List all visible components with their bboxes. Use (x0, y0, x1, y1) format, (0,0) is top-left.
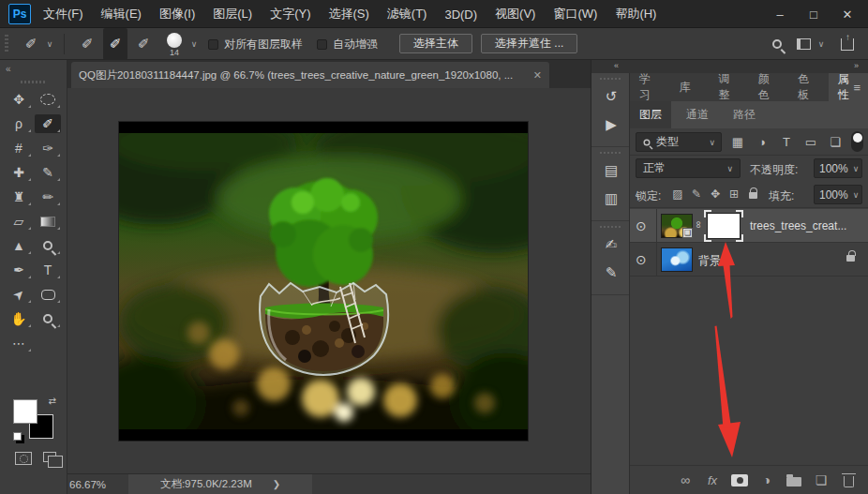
document-close-icon[interactable]: ✕ (533, 69, 542, 82)
visibility-eye-icon[interactable]: ⊙ (636, 252, 647, 267)
add-to-selection-mode-icon[interactable]: ✐ (103, 28, 127, 60)
zoom-level-field[interactable]: 66.67% (60, 479, 115, 490)
menu-3d[interactable]: 3D(D) (444, 7, 477, 22)
layer-filter-type-dropdown[interactable]: 类型 ∨ (636, 132, 722, 152)
fill-field[interactable]: 100% ∨ (814, 185, 862, 204)
new-layer-icon[interactable]: ❏ (813, 472, 830, 487)
visibility-eye-icon[interactable]: ⊙ (636, 218, 647, 233)
layer-mask-thumbnail[interactable] (707, 213, 741, 239)
tab-paths[interactable]: 路径 (724, 101, 765, 128)
gradient-tool[interactable] (35, 212, 61, 231)
brush-tool[interactable]: ✎ (35, 163, 61, 182)
screen-mode-button[interactable] (43, 452, 56, 462)
new-group-icon[interactable] (786, 472, 802, 487)
sample-all-layers-checkbox[interactable]: 对所有图层取样 (208, 28, 303, 60)
eraser-tool[interactable]: ▱ (6, 212, 32, 231)
quick-selection-tool[interactable]: ✐ (35, 114, 61, 133)
filter-type-layers-icon[interactable]: T (776, 132, 797, 152)
path-selection-tool[interactable]: ➤ (6, 285, 32, 304)
dock-collapse-icon[interactable]: « (614, 61, 619, 70)
default-colors-icon[interactable] (13, 432, 22, 441)
filter-pixel-layers-icon[interactable]: ▦ (727, 132, 748, 152)
quick-mask-mode-button[interactable] (15, 452, 32, 465)
mask-link-icon[interactable]: ∞ (694, 221, 705, 229)
zoom-tool[interactable] (35, 309, 61, 328)
link-layers-icon[interactable]: ∞ (677, 472, 694, 487)
layer-name[interactable]: trees_trees_creat... (750, 219, 846, 232)
lock-image-pixels-icon[interactable]: ✎ (688, 187, 705, 201)
marquee-tool[interactable] (35, 90, 61, 109)
layer-thumbnail[interactable] (661, 247, 693, 272)
maximize-button[interactable]: □ (797, 0, 831, 28)
workspace-chevron-icon[interactable]: ∨ (816, 28, 827, 60)
tab-swatches[interactable]: 色板 (788, 73, 828, 101)
tab-learn[interactable]: 学习 (630, 73, 669, 101)
brush-picker-chevron-icon[interactable]: ∨ (187, 28, 201, 60)
tool-preset-icon[interactable]: ✐ (19, 28, 43, 60)
paragraph-panel-icon[interactable]: ▥ (591, 187, 631, 211)
canvas-pasteboard[interactable] (67, 88, 591, 473)
blend-mode-dropdown[interactable]: 正常 ∨ (636, 158, 741, 178)
crop-tool[interactable]: # (6, 139, 32, 157)
move-tool[interactable]: ✥ (6, 90, 32, 109)
toolbox-grip[interactable] (21, 81, 47, 83)
close-button[interactable]: ✕ (831, 0, 864, 28)
menu-image[interactable]: 图像(I) (159, 6, 195, 22)
menu-view[interactable]: 视图(V) (495, 6, 535, 22)
character-panel-icon[interactable]: ▤ (591, 158, 631, 183)
filter-smart-object-icon[interactable]: ❏ (825, 132, 846, 152)
tab-channels[interactable]: 通道 (677, 101, 718, 128)
checkbox-icon[interactable] (317, 39, 327, 50)
document-tab[interactable]: QQ图片20180311184447.jpg @ 66.7% (trees_tr… (71, 62, 549, 88)
auto-enhance-checkbox[interactable]: 自动增强 (317, 28, 378, 60)
canvas-image[interactable] (119, 122, 528, 441)
edit-toolbar-button[interactable]: ⋯ (6, 334, 32, 352)
add-layer-mask-icon[interactable] (731, 472, 748, 487)
status-chevron-icon[interactable]: ❯ (273, 479, 280, 489)
filter-adjustment-layers-icon[interactable]: ◑ (752, 132, 772, 152)
menu-type[interactable]: 文字(Y) (270, 6, 310, 22)
shape-tool[interactable] (35, 285, 61, 304)
menu-filter[interactable]: 滤镜(T) (387, 6, 427, 22)
menu-edit[interactable]: 编辑(E) (101, 6, 142, 22)
history-brush-tool[interactable]: ✏ (35, 187, 61, 206)
brush-settings-panel-icon[interactable]: ✍ (591, 232, 631, 257)
lock-all-icon[interactable] (744, 187, 761, 202)
menu-file[interactable]: 文件(F) (43, 6, 83, 22)
foreground-color-swatch[interactable] (13, 399, 37, 424)
new-selection-mode-icon[interactable]: ✐ (75, 28, 99, 60)
search-icon[interactable] (767, 28, 787, 60)
layer-style-fx-icon[interactable]: fx (704, 472, 721, 487)
eyedropper-tool[interactable]: ✑ (35, 139, 61, 157)
opacity-field[interactable]: 100% ∨ (814, 158, 862, 178)
subtract-from-selection-mode-icon[interactable]: ✐ (131, 28, 156, 60)
sharpen-tool[interactable]: ▲ (6, 236, 32, 255)
filter-shape-layers-icon[interactable]: ▭ (801, 132, 821, 152)
lasso-tool[interactable]: ρ (6, 114, 32, 133)
select-subject-button[interactable]: 选择主体 (399, 34, 472, 53)
lock-transparent-pixels-icon[interactable]: ▨ (669, 187, 686, 201)
share-icon[interactable]: ↑ (836, 28, 859, 60)
brush-preview-icon[interactable] (167, 33, 182, 48)
dock-expand-icon[interactable]: » (854, 61, 859, 70)
layer-row-background[interactable]: ⊙ 背景 (630, 243, 868, 277)
tab-layers[interactable]: 图层 (630, 101, 671, 128)
select-and-mask-button[interactable]: 选择并遮住 ... (481, 34, 577, 53)
brushes-panel-icon[interactable]: ✎ (591, 261, 631, 285)
menu-select[interactable]: 选择(S) (328, 6, 368, 22)
layer-thumbnail[interactable]: ❏ (661, 214, 693, 238)
lock-position-icon[interactable]: ✥ (707, 187, 724, 201)
healing-brush-tool[interactable]: ✚ (6, 163, 32, 182)
minimize-button[interactable]: – (763, 0, 797, 28)
tab-properties[interactable]: 属性 (829, 73, 868, 101)
menu-help[interactable]: 帮助(H) (615, 6, 656, 22)
delete-layer-icon[interactable] (840, 472, 857, 487)
clone-stamp-tool[interactable]: ♜ (6, 187, 32, 206)
layer-row-trees[interactable]: ⊙ ❏ ∞ trees_trees_creat... (630, 209, 868, 243)
new-adjustment-layer-icon[interactable]: ◑ (758, 472, 775, 487)
menu-layer[interactable]: 图层(L) (213, 6, 252, 22)
menu-window[interactable]: 窗口(W) (553, 6, 597, 22)
tab-libraries[interactable]: 库 (669, 73, 699, 101)
lock-artboard-icon[interactable]: ⊞ (726, 187, 742, 201)
layer-name[interactable]: 背景 (698, 253, 721, 269)
